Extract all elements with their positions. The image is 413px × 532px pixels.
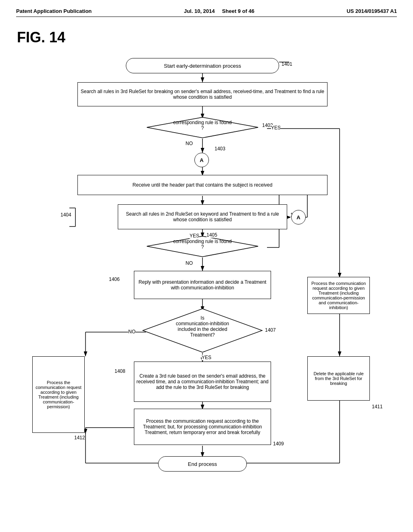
label-1406: 1406 xyxy=(109,276,120,282)
start-label: Start early-determination process xyxy=(164,63,241,69)
diamond3-text: Iscommunication-inhibitionincluded in th… xyxy=(176,315,229,338)
diamond-1407: Iscommunication-inhibitionincluded in th… xyxy=(142,308,263,353)
no3-label: NO xyxy=(128,329,136,335)
header-right: US 2014/0195437 A1 xyxy=(346,8,397,14)
box-right1-text: Process the communication request accord… xyxy=(309,281,368,310)
end-label: End process xyxy=(188,461,217,467)
box1-text: Search all rules in 3rd RuleSet for brea… xyxy=(79,89,325,100)
box-process-given-treatment-right: Process the communication request accord… xyxy=(307,277,370,314)
label-1403: 1403 xyxy=(215,146,225,152)
box-process-comm-request: Process the communication request accord… xyxy=(134,409,271,445)
box-create-3rd-rule: Create a 3rd rule based on the sender's … xyxy=(134,362,271,402)
label-1405: 1405 xyxy=(206,232,217,238)
page: Patent Application Publication Jul. 10, … xyxy=(0,0,413,532)
label-1408: 1408 xyxy=(115,368,125,374)
diagram: FIG. 14 xyxy=(17,29,396,505)
box-delete-rule: Delete the applicable rule from the 3rd … xyxy=(307,356,370,401)
connector-a-right: A xyxy=(291,210,306,224)
header-center: Jul. 10, 2014 Sheet 9 of 46 xyxy=(184,8,254,14)
box-right2-text: Delete the applicable rule from the 3rd … xyxy=(309,371,368,386)
box-reply-presentation: Reply with presentation information and … xyxy=(134,271,271,299)
box-receive-header: Receive until the header part that conta… xyxy=(77,175,327,195)
yes1-label: YES xyxy=(271,125,281,131)
yes3-label: YES xyxy=(202,355,211,360)
box-search-3rd-ruleset: Search all rules in 3rd RuleSet for brea… xyxy=(77,82,327,106)
box2-text: Receive until the header part that conta… xyxy=(133,182,273,188)
box6-text: Process the communication request accord… xyxy=(136,418,269,435)
diamond-1405: corresponding rule is found? xyxy=(146,235,259,258)
diamond-1402: corresponding rule is found? xyxy=(146,116,259,139)
label-1412: 1412 xyxy=(74,435,85,441)
box5-text: Create a 3rd rule based on the sender's … xyxy=(136,373,269,390)
diamond1-text: corresponding rule is found? xyxy=(173,120,232,131)
header-left: Patent Application Publication xyxy=(16,8,92,14)
connector-a-top: A xyxy=(194,153,209,167)
end-terminal: End process xyxy=(158,456,247,472)
yes2-label: YES xyxy=(190,233,199,239)
header-date: Jul. 10, 2014 xyxy=(184,8,215,14)
flowchart: Start early-determination process 1401 S… xyxy=(25,50,388,505)
box4-text: Reply with presentation information and … xyxy=(136,279,269,291)
label-1411: 1411 xyxy=(372,404,383,409)
start-terminal: Start early-determination process xyxy=(126,58,279,73)
label-1407: 1407 xyxy=(265,327,276,333)
box3-text: Search all rules in 2nd RuleSet on keywo… xyxy=(120,211,285,222)
header-sheet: Sheet 9 of 46 xyxy=(222,8,254,14)
page-header: Patent Application Publication Jul. 10, … xyxy=(16,8,397,17)
box-search-2nd-ruleset: Search all rules in 2nd RuleSet on keywo… xyxy=(118,204,287,229)
figure-label: FIG. 14 xyxy=(17,29,396,46)
box-process-given-treatment-left: Process the communication request accord… xyxy=(32,356,85,433)
box-left1-text: Process the communication request accord… xyxy=(34,380,83,409)
no1-label: NO xyxy=(186,141,193,146)
no2-label: NO xyxy=(186,260,193,266)
diamond2-text: corresponding rule is found? xyxy=(173,239,232,250)
label-1409: 1409 xyxy=(273,441,284,447)
